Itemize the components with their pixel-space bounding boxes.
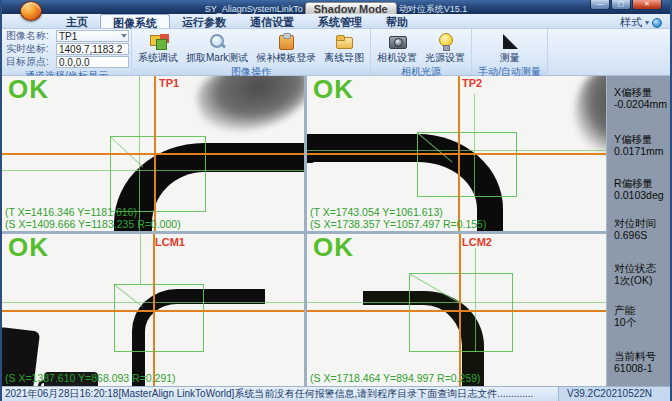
grab-mark-test-button[interactable]: 抓取Mark测试 (182, 30, 252, 65)
x-offset-value: -0.0204mm (614, 98, 668, 110)
app-window: SY_AliagnSystemLinkToShadow Mode动对位系统V15… (0, 0, 672, 401)
target-origin-field[interactable]: 0.0,0.0 (56, 56, 129, 68)
gray-blob (575, 76, 606, 152)
menu-comm-settings[interactable]: 通信设置 (238, 14, 306, 28)
menu-help[interactable]: 帮助 (374, 14, 420, 28)
window-controls: — ▢ ✕ (589, 0, 662, 10)
status-ok-label: OK (8, 76, 49, 105)
status-ok-label: OK (313, 76, 354, 105)
y-offset-label: Y偏移量 (614, 133, 668, 145)
target-origin-label: 目标原点: (6, 55, 56, 69)
window-title-left: SY_AliagnSystemLinkTo (205, 4, 303, 14)
camera-settings-icon (387, 32, 407, 50)
group-camera-light: 相机设置 光源设置 相机光源 (371, 29, 472, 75)
realtime-coord-field[interactable]: 1409.7,1183.2 (56, 43, 129, 55)
align-time-label: 对位时间 (614, 217, 668, 229)
ribbon: 图像名称: TP1 实时坐标: 1409.7,1183.2 目标原点: 0.0,… (2, 29, 670, 76)
r-offset-value: 0.0103deg (614, 189, 668, 201)
window-title-right: 动对位系统V15.1 (399, 4, 468, 14)
viewport-lcm1[interactable]: OK LCM1 (S X=1387.610 Y=868.093 R=0.291) (2, 234, 304, 386)
close-button[interactable]: ✕ (632, 0, 662, 10)
menu-image-system[interactable]: 图像系统 (100, 14, 170, 28)
part-number-label: 当前料号 (614, 350, 668, 362)
coord-line-t: (T X=1743.054 Y=1061.613) (310, 206, 443, 218)
coord-line-s: (S X=1718.464 Y=894.997 R=0.259) (310, 372, 481, 384)
r-offset-label: R偏移量 (614, 177, 668, 189)
template-register-icon (276, 32, 296, 50)
minimize-button[interactable]: — (590, 0, 610, 10)
menu-bar: 主页 图像系统 运行参数 通信设置 系统管理 帮助 样式 ▾ (2, 14, 670, 29)
y-offset-value: 0.0171mm (614, 145, 668, 157)
coord-line-s: (S X=1409.666 Y=1183.235 R=0.000) (5, 218, 181, 230)
align-time-value: 0.696S (614, 229, 668, 241)
offline-map-icon (334, 32, 354, 50)
app-logo-orb-icon[interactable] (20, 1, 42, 21)
viewport-lcm2[interactable]: OK LCM2 (S X=1718.464 Y=894.997 R=0.259) (307, 234, 606, 386)
combo-arrow-icon (121, 34, 127, 38)
camera-tag-label: LCM2 (462, 236, 492, 248)
menu-home[interactable]: 主页 (54, 14, 100, 28)
realtime-coord-label: 实时坐标: (6, 42, 56, 56)
roi-box (114, 284, 204, 352)
coord-line-s: (S X=1738.357 Y=1057.497 R=0.155) (310, 218, 486, 230)
light-settings-button[interactable]: 光源设置 (421, 30, 469, 65)
match-line-v (140, 234, 141, 284)
menu-run-params[interactable]: 运行参数 (170, 14, 238, 28)
x-offset-label: X偏移量 (614, 86, 668, 98)
measure-icon (500, 32, 520, 50)
template-register-button[interactable]: 候补模板登录 (252, 30, 320, 65)
system-debug-button[interactable]: 系统调试 (134, 30, 182, 65)
status-ok-label: OK (313, 234, 354, 263)
result-side-panel: X偏移量-0.0204mm Y偏移量0.0171mm R偏移量0.0103deg… (606, 76, 670, 386)
crosshair-horizontal (307, 310, 606, 312)
style-menu[interactable]: 样式 (620, 15, 642, 30)
crosshair-horizontal (2, 153, 304, 155)
title-bar: SY_AliagnSystemLinkToShadow Mode动对位系统V15… (2, 0, 670, 14)
roi-box (417, 132, 517, 197)
camera-settings-button[interactable]: 相机设置 (373, 30, 421, 65)
viewport-tp1[interactable]: OK TP1 (T X=1416.346 Y=1181.616) (S X=14… (2, 76, 304, 231)
version-label: V39.2C20210522N (558, 387, 670, 401)
status-bar: 2021年06月28日16:20:18[MasterAlign LinkToWo… (2, 386, 670, 401)
viewport-tp2[interactable]: OK TP2 (T X=1743.054 Y=1061.613) (S X=17… (307, 76, 606, 231)
main-area: OK TP1 (T X=1416.346 Y=1181.616) (S X=14… (2, 76, 670, 386)
camera-tag-label: LCM1 (155, 236, 185, 248)
image-name-combo[interactable]: TP1 (56, 30, 129, 42)
group-measure: 测量 手动/自动测量 (472, 29, 548, 75)
part-number-value: 61008-1 (614, 362, 668, 374)
roi-box (110, 136, 206, 212)
measure-button[interactable]: 测量 (496, 30, 524, 65)
image-name-label: 图像名称: (6, 29, 56, 43)
grab-mark-test-icon (207, 32, 227, 50)
style-caret-icon: ▾ (645, 18, 649, 27)
system-debug-icon (148, 32, 168, 50)
gray-blob (191, 76, 304, 141)
status-ok-label: OK (8, 234, 49, 263)
ribbon-spacer (548, 29, 670, 75)
offline-map-button[interactable]: 离线导图 (320, 30, 368, 65)
crosshair-horizontal (307, 153, 606, 155)
light-settings-icon (435, 32, 455, 50)
group-channel-coords: 图像名称: TP1 实时坐标: 1409.7,1183.2 目标原点: 0.0,… (2, 29, 132, 75)
camera-tag-label: TP1 (159, 77, 179, 89)
camera-tag-label: TP2 (462, 77, 482, 89)
help-icon[interactable] (652, 18, 662, 28)
camera-quad-view: OK TP1 (T X=1416.346 Y=1181.616) (S X=14… (2, 76, 606, 386)
align-status-label: 对位状态 (614, 262, 668, 274)
roi-box (409, 273, 513, 352)
menu-system-mgmt[interactable]: 系统管理 (306, 14, 374, 28)
status-message: 2021年06月28日16:20:18[MasterAlign LinkToWo… (2, 387, 558, 401)
capacity-value: 10个 (614, 316, 668, 328)
align-status-value: 1次(OK) (614, 274, 668, 286)
coord-line-s: (S X=1387.610 Y=868.093 R=0.291) (5, 372, 176, 384)
coord-line-t: (T X=1416.346 Y=1181.616) (5, 206, 137, 218)
crosshair-horizontal (2, 310, 304, 312)
capacity-label: 产能 (614, 304, 668, 316)
group-image-ops: 系统调试 抓取Mark测试 候补模板登录 离线导图 图像操作 (132, 29, 371, 75)
maximize-button[interactable]: ▢ (611, 0, 631, 10)
